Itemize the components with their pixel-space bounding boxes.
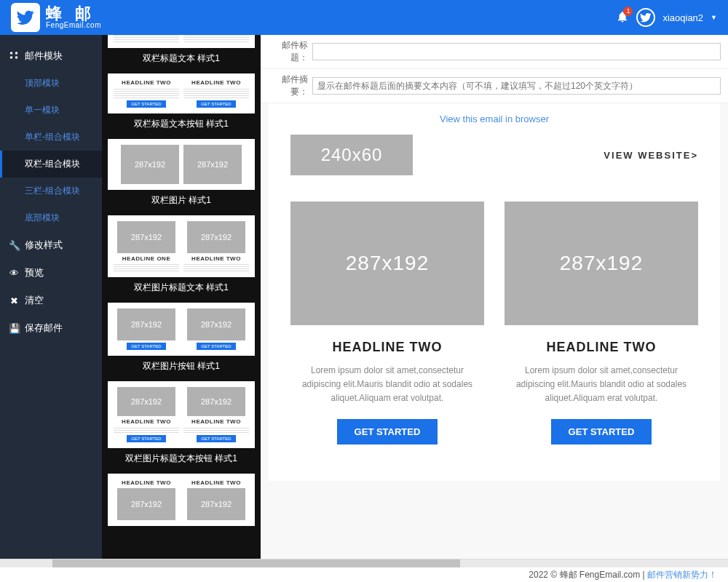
card-headline[interactable]: HEADLINE TWO — [290, 340, 484, 355]
nav-tool-style[interactable]: 🔧 修改样式 — [0, 231, 102, 259]
close-icon: ✖ — [9, 295, 19, 306]
nav-sub-bottom[interactable]: 底部模块 — [0, 204, 102, 231]
nav-section-modules[interactable]: 邮件模块 — [0, 42, 102, 70]
nav-sub-top[interactable]: 顶部模块 — [0, 70, 102, 97]
email-title-input[interactable] — [312, 43, 721, 60]
content-card-left[interactable]: 287x192 HEADLINE TWO Lorem ipsum dolor s… — [290, 202, 484, 445]
notifications-button[interactable]: 1 — [616, 10, 629, 25]
template-item[interactable]: HEADLINE TWOGET STARTED HEADLINE TWOGET … — [102, 73, 261, 136]
nav-tool-label: 保存邮件 — [25, 322, 63, 335]
username[interactable]: xiaoqian2 — [662, 12, 703, 23]
content-card-right[interactable]: 287x192 HEADLINE TWO Lorem ipsum dolor s… — [505, 202, 698, 445]
email-canvas[interactable]: View this email in browser 240x60 VIEW W… — [261, 103, 728, 559]
footer-link[interactable]: 邮件营销新势力！ — [647, 570, 717, 580]
get-started-button[interactable]: GET STARTED — [551, 419, 652, 445]
sidebar-nav: 邮件模块 顶部模块 单一模块 单栏-组合模块 双栏-组合模块 三栏-组合模块 底… — [0, 35, 102, 559]
view-website-link[interactable]: VIEW WEBSITE> — [604, 150, 698, 161]
template-item[interactable]: HEADLINE TWO HEADLINE TWO 双栏标题文本 样式1 — [102, 35, 261, 71]
template-label: 双栏图片标题文本按钮 样式1 — [102, 448, 261, 471]
editor-canvas-panel: 邮件标题： 邮件摘要： View this email in browser 2… — [261, 35, 728, 559]
wrench-icon: 🔧 — [9, 240, 19, 251]
nav-tool-label: 清空 — [25, 294, 44, 307]
template-item[interactable]: 287x192GET STARTED 287x192GET STARTED 双栏… — [102, 303, 261, 378]
template-item[interactable]: 287x192HEADLINE TWOGET STARTED 287x192HE… — [102, 381, 261, 471]
footer-copyright: 2022 © 蜂邮 FengEmail.com | — [529, 570, 647, 580]
svg-point-0 — [10, 52, 13, 55]
eye-icon: 👁 — [9, 268, 19, 279]
layers-icon — [9, 50, 19, 63]
nav-sub-twocol[interactable]: 双栏-组合模块 — [0, 151, 102, 178]
nav-tool-label: 预览 — [25, 266, 44, 279]
brand-logo[interactable]: 蜂 邮 FengEmail.com — [11, 3, 101, 32]
nav-tool-preview[interactable]: 👁 预览 — [0, 259, 102, 287]
horizontal-scrollbar[interactable] — [0, 559, 728, 567]
email-summary-input[interactable] — [312, 77, 721, 95]
template-label: 双栏标题文本 样式1 — [102, 48, 261, 71]
nav-tool-clear[interactable]: ✖ 清空 — [0, 287, 102, 314]
image-placeholder[interactable]: 287x192 — [290, 202, 484, 325]
template-label: 双栏图片标题文本 样式1 — [102, 277, 261, 300]
get-started-button[interactable]: GET STARTED — [337, 419, 438, 445]
svg-point-2 — [10, 56, 13, 59]
nav-sub-threecol[interactable]: 三栏-组合模块 — [0, 178, 102, 204]
card-paragraph[interactable]: Lorem ipsum dolor sit amet,consectetur a… — [290, 364, 484, 406]
template-label: 双栏图片按钮 样式1 — [102, 356, 261, 378]
template-label: 双栏图片 样式1 — [102, 190, 261, 212]
svg-point-1 — [15, 52, 18, 55]
template-list[interactable]: HEADLINE TWO HEADLINE TWO 双栏标题文本 样式1 HEA… — [102, 35, 261, 559]
caret-down-icon: ▼ — [711, 14, 717, 21]
summary-label: 邮件摘要： — [268, 73, 308, 98]
svg-point-3 — [15, 56, 18, 59]
logo-icon — [11, 3, 40, 32]
brand-name: 蜂 邮 — [46, 6, 101, 22]
brand-domain: FengEmail.com — [46, 22, 101, 29]
template-item[interactable]: 287x192 287x192 双栏图片 样式1 — [102, 139, 261, 212]
nav-section-label: 邮件模块 — [25, 49, 63, 63]
user-avatar[interactable] — [636, 8, 655, 27]
view-in-browser-link[interactable]: View this email in browser — [440, 113, 549, 124]
template-label: 双栏标题文本按钮 样式1 — [102, 113, 261, 136]
nav-sub-onecol[interactable]: 单栏-组合模块 — [0, 124, 102, 151]
image-placeholder[interactable]: 287x192 — [505, 202, 698, 325]
card-headline[interactable]: HEADLINE TWO — [505, 340, 698, 355]
template-item[interactable]: HEADLINE TWO287x192 HEADLINE TWO287x192 — [102, 474, 261, 526]
nav-sub-single[interactable]: 单一模块 — [0, 97, 102, 124]
card-paragraph[interactable]: Lorem ipsum dolor sit amet,consectetur a… — [505, 364, 698, 406]
notification-count-badge: 1 — [623, 7, 633, 16]
logo-placeholder[interactable]: 240x60 — [290, 135, 413, 175]
save-icon: 💾 — [9, 323, 19, 334]
nav-tool-save[interactable]: 💾 保存邮件 — [0, 314, 102, 342]
page-footer: 2022 © 蜂邮 FengEmail.com | 邮件营销新势力！ — [0, 567, 728, 582]
title-label: 邮件标题： — [268, 39, 308, 64]
template-item[interactable]: 287x192HEADLINE ONE 287x192HEADLINE TWO … — [102, 215, 261, 300]
nav-tool-label: 修改样式 — [25, 239, 63, 252]
